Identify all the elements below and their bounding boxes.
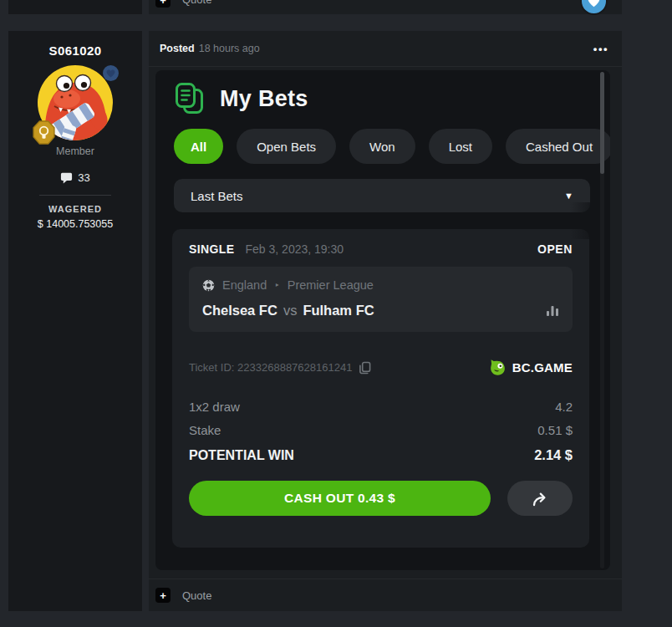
bcgame-brand-name: BC.GAME: [512, 360, 573, 375]
tab-open-bets[interactable]: Open Bets: [237, 129, 336, 164]
bet-status-badge: OPEN: [537, 242, 573, 256]
ticket-id: Ticket ID: 2233268887628161241: [189, 361, 352, 374]
previous-post-sidebar: [8, 0, 142, 14]
author-role: Member: [8, 145, 142, 157]
country-label: England: [222, 278, 267, 292]
share-arrow-icon: [531, 491, 549, 507]
comment-bubble-icon: [60, 172, 73, 184]
plus-quote-button[interactable]: +: [155, 0, 171, 8]
potential-win-value: 2.14 $: [534, 447, 573, 463]
quote-button[interactable]: Quote: [182, 589, 211, 602]
match-card[interactable]: England ‣ Premier League Chelsea FC vs F…: [189, 267, 573, 332]
stake-row: Stake 0.51 $: [189, 423, 573, 437]
away-team: Fulham FC: [303, 303, 374, 319]
sidebar-divider: [39, 195, 111, 196]
breadcrumb-separator: ‣: [274, 280, 280, 291]
bet-card-header: SINGLE Feb 3, 2023, 19:30 OPEN: [189, 242, 573, 256]
avatar[interactable]: [37, 64, 114, 141]
my-bets-icon: [174, 82, 205, 115]
stake-label: Stake: [189, 423, 221, 437]
stake-value: 0.51 $: [537, 423, 573, 437]
widget-title-row: My Bets: [155, 70, 610, 115]
copy-icon[interactable]: [359, 361, 371, 375]
previous-post-footer: + Quote: [149, 0, 622, 14]
post-content: Posted 18 hours ago ••• My Bets All Open…: [149, 31, 622, 611]
bet-card: SINGLE Feb 3, 2023, 19:30 OPEN: [172, 229, 589, 548]
bet-datetime: Feb 3, 2023, 19:30: [246, 242, 344, 256]
scrollbar-thumb[interactable]: [600, 72, 604, 174]
stats-bars-icon[interactable]: [546, 304, 559, 317]
share-button[interactable]: [507, 481, 573, 516]
post-options-menu-icon[interactable]: •••: [593, 43, 608, 55]
potential-win-row: POTENTIAL WIN 2.14 $: [189, 447, 573, 463]
lightbulb-badge-icon: [31, 120, 57, 145]
chevron-down-icon: ▼: [564, 191, 573, 201]
league-breadcrumb: England ‣ Premier League: [202, 278, 559, 292]
author-comments: 33: [8, 171, 142, 184]
potential-win-label: POTENTIAL WIN: [189, 448, 294, 463]
bcgame-brand[interactable]: BC.GAME: [489, 359, 573, 376]
selection-label: 1x2 draw: [189, 400, 240, 414]
tab-lost[interactable]: Lost: [429, 129, 492, 164]
league-label: Premier League: [288, 278, 374, 292]
wagered-value: $ 14005.753055: [8, 218, 142, 230]
posted-time: 18 hours ago: [199, 43, 260, 54]
soccer-ball-icon: [202, 279, 215, 292]
widget-scrollbar: [600, 72, 604, 568]
vs-label: vs: [283, 303, 298, 319]
post-footer: + Quote: [149, 579, 622, 611]
bet-selection-row: 1x2 draw 4.2: [189, 400, 573, 414]
post-header: Posted 18 hours ago •••: [149, 31, 622, 67]
avatar-level-badge: [103, 65, 119, 81]
bets-sort-dropdown[interactable]: Last Bets ▼: [174, 179, 590, 212]
bet-type: SINGLE: [189, 242, 235, 256]
plus-icon: +: [160, 0, 166, 6]
plus-quote-button[interactable]: +: [155, 588, 171, 603]
dropdown-value: Last Bets: [191, 189, 243, 203]
my-bets-widget: My Bets All Open Bets Won Lost Cashed Ou…: [155, 70, 610, 570]
match-teams: Chelsea FC vs Fulham FC: [202, 303, 559, 319]
quote-button[interactable]: Quote: [182, 0, 211, 6]
posted-label: Posted: [160, 43, 195, 54]
selection-odds: 4.2: [555, 400, 573, 414]
wagered-label: WAGERED: [8, 204, 142, 214]
widget-title: My Bets: [220, 86, 308, 112]
bet-filter-tabs: All Open Bets Won Lost Cashed Out: [174, 129, 610, 164]
comment-count: 33: [78, 171, 89, 184]
cashout-button[interactable]: CASH OUT 0.43 $: [189, 481, 491, 516]
heart-icon: [588, 0, 600, 8]
post-author-sidebar: S061020: [8, 31, 142, 611]
ticket-id-label: Ticket ID:: [189, 361, 234, 374]
tab-won[interactable]: Won: [349, 129, 415, 164]
tab-all[interactable]: All: [174, 129, 223, 164]
badge-heart-icon: [106, 69, 115, 78]
bcgame-logo-icon: [489, 359, 507, 376]
achievement-badge: [31, 120, 57, 149]
tab-cashed-out[interactable]: Cashed Out: [506, 129, 610, 164]
ticket-id-value: 2233268887628161241: [237, 361, 352, 374]
author-username[interactable]: S061020: [8, 43, 142, 58]
bet-actions: CASH OUT 0.43 $: [189, 481, 573, 516]
home-team: Chelsea FC: [202, 303, 277, 319]
ticket-row: Ticket ID: 2233268887628161241: [189, 359, 573, 376]
plus-icon: +: [160, 590, 166, 601]
